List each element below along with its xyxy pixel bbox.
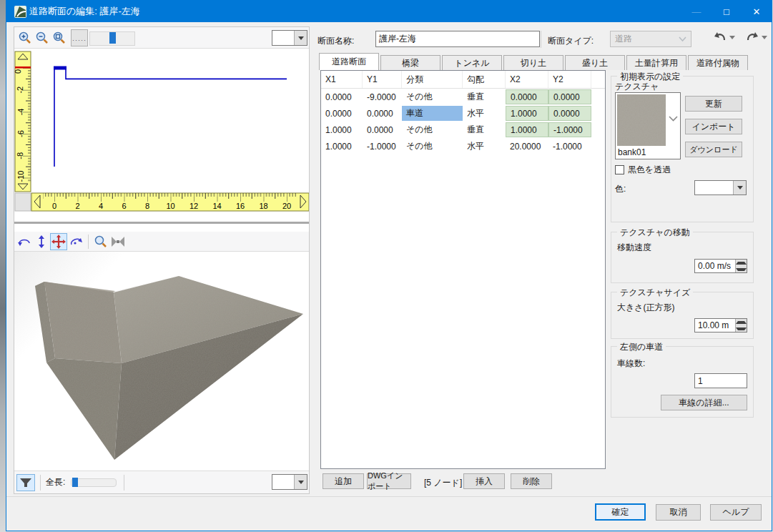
total-length-slider-thumb[interactable] [72, 478, 78, 487]
table-row[interactable]: 1.0000 -1.0000 その他 水平 20.0000 -1.0000 [321, 138, 605, 154]
transparent-black-checkbox[interactable]: 黒色を透過 [615, 164, 671, 176]
help-button[interactable]: ヘルプ [710, 504, 762, 521]
size-value[interactable]: 10.00 m [695, 320, 735, 330]
redo-button[interactable] [745, 31, 767, 44]
titlebar[interactable]: 道路断面の編集: 護岸-左海 — □ ✕ [6, 1, 772, 22]
spin-down-button[interactable] [736, 325, 747, 332]
section-points-table[interactable]: X1 Y1 分類 勾配 X2 Y2 0.0000 -9.0000 その他 垂直 … [320, 70, 606, 469]
cell-y1[interactable]: -1.0000 [363, 139, 402, 154]
cell-x1[interactable]: 0.0000 [321, 106, 363, 121]
cell-slope[interactable]: 水平 [463, 106, 506, 121]
cell-x1[interactable]: 1.0000 [321, 122, 363, 137]
pan-button[interactable] [50, 233, 67, 250]
cell-y1[interactable]: -9.0000 [363, 89, 402, 104]
view3d-canvas[interactable] [14, 252, 309, 470]
col-header-class[interactable]: 分類 [402, 71, 463, 88]
checkbox-box[interactable] [615, 165, 624, 174]
zoom-out-button[interactable] [34, 29, 51, 46]
combo-drop-button[interactable] [733, 181, 746, 194]
tab-bridge[interactable]: 橋梁 [380, 55, 440, 70]
add-button[interactable]: 追加 [323, 473, 364, 489]
table-row[interactable]: 0.0000 -9.0000 その他 垂直 0.0000 0.0000 [321, 89, 605, 105]
cell-class[interactable]: その他 [402, 89, 463, 104]
col-header-y2[interactable]: Y2 [548, 71, 591, 88]
table-row[interactable]: 1.0000 0.0000 その他 垂直 1.0000 -1.0000 [321, 122, 605, 138]
cell-class-selected[interactable]: 車道 [402, 106, 463, 121]
orbit-horizontal-button[interactable] [16, 233, 33, 250]
view2d-color-combo[interactable] [272, 30, 307, 46]
download-button[interactable]: ダウンロード [685, 142, 742, 157]
cell-y2[interactable]: 0.0000 [548, 106, 591, 121]
section-profile-line[interactable] [54, 68, 287, 167]
delete-button[interactable]: 削除 [511, 473, 552, 489]
grid-snap-button[interactable]: ····· [71, 29, 88, 46]
update-button[interactable]: 更新 [685, 96, 742, 112]
cell-y2[interactable]: -1.0000 [548, 122, 591, 137]
cell-y1[interactable]: 0.0000 [363, 122, 402, 137]
cell-y2[interactable]: -1.0000 [548, 139, 591, 154]
spin-down-button[interactable] [736, 266, 747, 272]
undo-dropdown-caret[interactable] [729, 36, 735, 39]
cell-slope[interactable]: 水平 [463, 139, 506, 154]
combo-drop-button[interactable] [294, 475, 307, 489]
zoom-in-button[interactable] [16, 29, 34, 46]
move-vertical-button[interactable] [33, 233, 50, 250]
view2d-canvas[interactable]: 0 -2 -4 -6 -8 -10 0 [14, 50, 309, 213]
col-header-x1[interactable]: X1 [321, 71, 363, 88]
redo-dropdown-caret[interactable] [762, 36, 767, 39]
insert-button[interactable]: 挿入 [463, 473, 505, 489]
import-button[interactable]: インポート [685, 119, 742, 134]
tab-earthwork[interactable]: 土量計算用 [626, 55, 686, 70]
tab-road-accessories[interactable]: 道路付属物 [688, 55, 748, 70]
combo-drop-button[interactable] [294, 31, 307, 45]
spin-up-button[interactable] [736, 260, 747, 266]
view-mode-button[interactable] [109, 233, 127, 250]
tab-tunnel[interactable]: トンネル [442, 55, 502, 70]
drive-view-button[interactable] [16, 474, 35, 491]
tab-fill[interactable]: 盛り土 [565, 55, 625, 70]
orbit-free-button[interactable] [67, 233, 84, 250]
zoom-extents-button[interactable] [51, 29, 68, 46]
cell-slope[interactable]: 垂直 [463, 122, 506, 137]
horizontal-splitter[interactable] [14, 222, 309, 224]
texture-picker[interactable]: bank01 [615, 92, 681, 159]
horizontal-ruler[interactable]: 0 2 4 6 8 10 12 14 16 18 20 [31, 193, 309, 211]
tab-road-section[interactable]: 道路断面 [319, 53, 379, 70]
vertical-ruler[interactable]: 0 -2 -4 -6 -8 -10 [14, 51, 31, 192]
display-color-combo[interactable] [694, 180, 747, 195]
undo-button[interactable] [713, 31, 735, 44]
col-header-x2[interactable]: X2 [506, 71, 548, 88]
cell-x1[interactable]: 0.0000 [321, 89, 363, 104]
lanes-input[interactable]: 1 [694, 373, 747, 388]
tab-cut[interactable]: 切り土 [503, 55, 563, 70]
cell-y2[interactable]: 0.0000 [548, 89, 591, 104]
dwg-import-button[interactable]: DWGインポート [367, 473, 411, 489]
col-header-y1[interactable]: Y1 [363, 71, 402, 88]
section-name-input[interactable]: 護岸-左海 [375, 31, 540, 47]
move-speed-value[interactable]: 0.00 m/s [695, 261, 735, 271]
cell-x2[interactable]: 1.0000 [506, 106, 548, 121]
view2d-zoom-slider-thumb[interactable] [109, 32, 116, 44]
cell-x2[interactable]: 1.0000 [506, 122, 548, 137]
cell-class[interactable]: その他 [402, 122, 463, 137]
total-length-slider[interactable] [71, 478, 117, 487]
col-header-slope[interactable]: 勾配 [463, 71, 506, 88]
cell-x2[interactable]: 20.0000 [506, 139, 548, 154]
view3d-zoom-button[interactable] [92, 233, 109, 250]
lane-details-button[interactable]: 車線の詳細... [661, 395, 747, 410]
cell-slope[interactable]: 垂直 [463, 89, 506, 104]
cancel-button[interactable]: 取消 [656, 504, 701, 521]
chevron-down-icon[interactable] [669, 116, 678, 122]
ok-button[interactable]: 確定 [595, 503, 646, 521]
close-button[interactable]: ✕ [742, 1, 772, 22]
view2d-zoom-slider[interactable] [89, 31, 135, 46]
maximize-button[interactable]: □ [712, 1, 742, 22]
cell-x2[interactable]: 0.0000 [506, 89, 548, 104]
spin-up-button[interactable] [736, 319, 747, 325]
move-speed-spinner[interactable]: 0.00 m/s [694, 259, 747, 273]
cell-y1[interactable]: 0.0000 [363, 106, 402, 121]
cell-class[interactable]: その他 [402, 139, 463, 154]
view3d-color-combo[interactable] [272, 474, 307, 490]
table-row[interactable]: 0.0000 0.0000 車道 水平 1.0000 0.0000 [321, 105, 605, 122]
cell-x1[interactable]: 1.0000 [321, 139, 363, 154]
